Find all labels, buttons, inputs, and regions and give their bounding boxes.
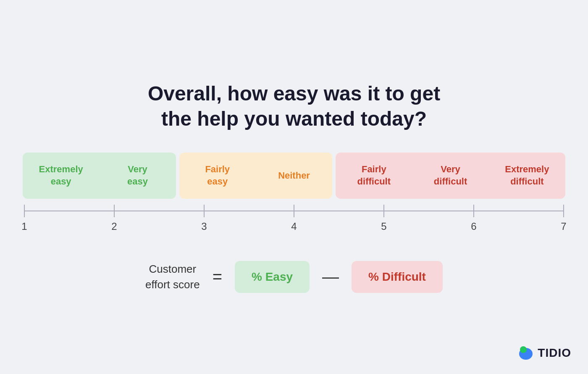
tick-mark-7 <box>563 205 564 217</box>
tick-number-6: 6 <box>471 221 476 232</box>
tick-number-3: 3 <box>201 221 207 232</box>
tick-mark-5 <box>383 205 384 217</box>
scale-line-container: 1 2 3 4 5 <box>24 202 564 227</box>
tidio-logo: TIDIO <box>517 345 571 361</box>
tick-number-1: 1 <box>21 221 27 232</box>
formula-easy-box: % Easy <box>235 261 310 293</box>
tick-number-4: 4 <box>291 221 297 232</box>
tick-mark-2 <box>114 205 115 217</box>
scale-section: Extremelyeasy Veryeasy Fairlyeasy Neithe… <box>21 153 567 227</box>
tick-mark-6 <box>473 205 474 217</box>
formula-minus: — <box>322 267 339 286</box>
label-neither: Neither <box>256 159 332 192</box>
svg-point-1 <box>520 346 527 353</box>
main-container: Overall, how easy was it to getthe help … <box>21 81 567 292</box>
formula-label: Customereffort score <box>145 261 200 292</box>
tidio-text: TIDIO <box>538 346 571 360</box>
tick-mark-3 <box>204 205 205 217</box>
tick-number-2: 2 <box>111 221 117 232</box>
easy-group: Extremelyeasy Veryeasy <box>23 153 176 198</box>
scale-line-row: 1 2 3 4 5 <box>21 202 567 227</box>
label-very-easy: Veryeasy <box>99 159 176 192</box>
tidio-icon <box>517 345 534 361</box>
tick-mark-4 <box>294 205 294 217</box>
tick-number-5: 5 <box>381 221 386 232</box>
page-title: Overall, how easy was it to getthe help … <box>148 81 440 132</box>
neutral-group: Fairlyeasy Neither <box>179 153 333 198</box>
ticks: 1 2 3 4 5 <box>24 202 564 232</box>
tick-number-7: 7 <box>561 221 566 232</box>
tick-mark-1 <box>24 205 25 217</box>
formula-section: Customereffort score = % Easy — % Diffic… <box>145 261 443 293</box>
labels-row: Extremelyeasy Veryeasy Fairlyeasy Neithe… <box>21 153 567 198</box>
label-very-difficult: Verydifficult <box>412 159 488 192</box>
label-extremely-difficult: Extremelydifficult <box>489 159 565 192</box>
label-extremely-easy: Extremelyeasy <box>23 159 99 192</box>
formula-equals: = <box>213 267 222 286</box>
label-fairly-easy: Fairlyeasy <box>179 159 256 192</box>
formula-difficult-box: % Difficult <box>352 261 443 293</box>
label-fairly-difficult: Fairlydifficult <box>336 159 412 192</box>
difficult-group: Fairlydifficult Verydifficult Extremelyd… <box>336 153 565 198</box>
